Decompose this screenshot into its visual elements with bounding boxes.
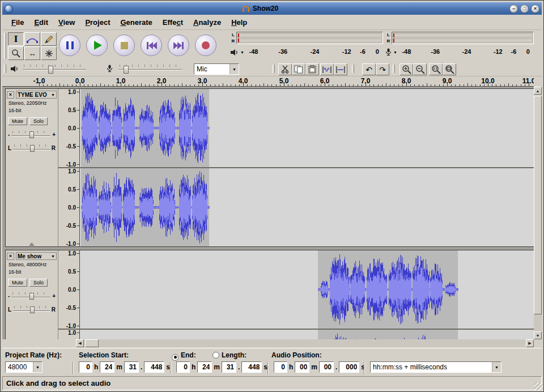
timeshift-tool-button[interactable]: ↔ [24, 46, 40, 60]
playback-meter[interactable]: L R ▼ -48 -36 -24 -12 -6 0 [230, 32, 383, 60]
selection-start-minutes[interactable] [100, 361, 114, 373]
track-close-button[interactable]: × [7, 253, 14, 260]
redo-button[interactable]: ↷ [376, 63, 389, 75]
trim-button[interactable] [320, 63, 334, 75]
selection-end-millis[interactable] [241, 361, 262, 373]
menu-generate[interactable]: Generate [116, 16, 156, 29]
chevron-down-icon[interactable]: ▼ [33, 362, 42, 372]
audio-position-minutes[interactable] [295, 361, 309, 373]
track-title-menu[interactable]: Me show ▼ [16, 252, 57, 260]
vertical-ruler[interactable]: 1.00.50.0-0.5-1.0 [58, 168, 80, 246]
draw-tool-button[interactable] [41, 32, 57, 46]
mute-button[interactable]: Mute [8, 279, 27, 287]
maximize-button[interactable]: □ [520, 5, 529, 13]
record-button[interactable] [195, 35, 216, 56]
silence-button[interactable] [334, 63, 347, 75]
scroll-up-button[interactable]: ▲ [534, 87, 542, 95]
toolbar-grip[interactable] [393, 65, 395, 73]
slider-thumb[interactable] [29, 131, 34, 138]
vertical-scroll-thumb[interactable] [534, 96, 542, 314]
play-button[interactable] [86, 35, 108, 56]
vertical-ruler[interactable]: 1.00.50.0-0.5-1.0 [58, 89, 80, 167]
toolbar-grip[interactable] [4, 33, 6, 59]
minimize-button[interactable]: – [509, 5, 518, 13]
menu-file[interactable]: File [7, 16, 28, 29]
selection-tool-button[interactable]: I [8, 32, 24, 46]
horizontal-scroll-track[interactable] [84, 339, 526, 347]
envelope-tool-button[interactable] [24, 32, 40, 46]
close-button[interactable]: × [531, 5, 539, 13]
selection-start-millis[interactable] [144, 361, 164, 373]
horizontal-scrollbar[interactable]: ◀ ▶ [2, 339, 534, 347]
horizontal-scroll-thumb[interactable] [85, 339, 99, 347]
paste-button[interactable] [305, 63, 319, 75]
selection-end-minutes[interactable] [197, 361, 212, 373]
track-close-button[interactable]: × [7, 91, 14, 99]
scroll-down-button[interactable]: ▼ [534, 331, 542, 339]
fast-forward-button[interactable] [168, 35, 189, 56]
toolbar-grip[interactable] [352, 65, 354, 73]
output-volume-slider[interactable] [23, 64, 86, 74]
track-title-menu[interactable]: TYME EVO ▼ [16, 91, 57, 99]
pan-slider[interactable]: L R [8, 144, 56, 152]
timeline-ruler[interactable]: -1.00.01.02.03.04.05.06.07.08.09.010.011… [2, 76, 534, 87]
track-collapse-handle[interactable] [29, 242, 35, 246]
solo-button[interactable]: Solo [29, 279, 48, 287]
menu-view[interactable]: View [54, 16, 79, 29]
slider-thumb[interactable] [124, 66, 129, 74]
waveform-left-channel[interactable] [80, 89, 534, 167]
resize-grip[interactable] [534, 382, 543, 391]
undo-button[interactable]: ↶ [362, 63, 376, 75]
waveform-right-channel[interactable] [80, 330, 534, 339]
toolbar-grip[interactable] [273, 65, 275, 73]
copy-button[interactable] [292, 63, 305, 75]
menu-analyze[interactable]: Analyze [189, 16, 226, 29]
menu-help[interactable]: Help [227, 16, 252, 29]
vertical-scroll-track[interactable] [534, 95, 542, 331]
toolbar-grip[interactable] [4, 65, 6, 73]
fit-selection-button[interactable] [429, 63, 443, 75]
zoom-out-button[interactable] [413, 63, 427, 75]
chevron-down-icon[interactable]: ▼ [492, 362, 501, 372]
slider-thumb[interactable] [30, 145, 35, 152]
multi-tool-button[interactable] [41, 46, 57, 60]
pan-slider[interactable]: L R [8, 305, 56, 314]
audio-position-seconds[interactable] [319, 361, 334, 373]
pause-button[interactable] [59, 35, 80, 56]
waveform-right-channel[interactable] [80, 168, 534, 246]
menu-project[interactable]: Project [80, 16, 114, 29]
recording-meter[interactable]: L R ▼ -48 -36 -24 -12 -6 0 [385, 32, 534, 60]
titlebar[interactable]: Show20 – □ × [2, 2, 542, 15]
zoom-tool-button[interactable] [8, 46, 24, 60]
length-radio-button[interactable] [212, 352, 219, 359]
selection-start-hours[interactable] [79, 361, 92, 373]
scroll-left-button[interactable]: ◀ [76, 339, 84, 347]
scroll-right-button[interactable]: ▶ [526, 339, 534, 347]
selection-start-seconds[interactable] [124, 361, 139, 373]
meter-dropdown-icon[interactable]: ▼ [240, 50, 244, 54]
chevron-down-icon[interactable]: ▼ [230, 64, 239, 74]
menu-effect[interactable]: Effect [158, 16, 188, 29]
cut-button[interactable] [278, 63, 292, 75]
time-format-select[interactable]: hh:mm:ss + milliseconds ▼ [370, 361, 502, 373]
mute-button[interactable]: Mute [8, 117, 27, 125]
fit-project-button[interactable] [443, 63, 456, 75]
end-radio-button[interactable] [172, 354, 178, 361]
audio-position-millis[interactable] [339, 361, 359, 373]
meter-dropdown-icon[interactable]: ▼ [393, 50, 397, 54]
menu-edit[interactable]: Edit [29, 16, 53, 29]
input-volume-slider[interactable] [118, 64, 182, 74]
stop-button[interactable] [113, 35, 135, 56]
slider-thumb[interactable] [48, 66, 53, 74]
vertical-scrollbar[interactable]: ▲ ▼ [534, 87, 542, 339]
waveform-left-channel[interactable] [80, 250, 534, 329]
vertical-ruler[interactable]: 1.00.50.0-0.5-1.0 [58, 250, 80, 329]
slider-thumb[interactable] [29, 293, 34, 300]
input-source-select[interactable]: Mic ▼ [194, 63, 239, 75]
zoom-in-button[interactable] [400, 63, 413, 75]
rewind-button[interactable] [141, 35, 162, 56]
audio-position-hours[interactable] [274, 361, 287, 373]
vertical-ruler[interactable]: 1.00.50.0-0.5-1.0 [58, 330, 80, 339]
solo-button[interactable]: Solo [29, 117, 48, 125]
project-rate-select[interactable]: 48000 ▼ [5, 361, 42, 373]
